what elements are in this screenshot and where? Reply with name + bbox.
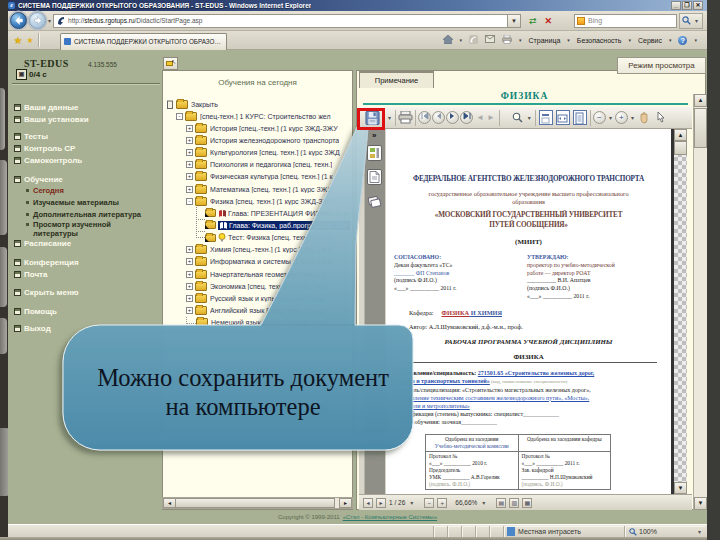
actual-size-icon[interactable] [539,110,553,125]
collapse-rail-icon[interactable]: » [372,131,376,140]
fit-width-icon[interactable] [556,110,570,125]
pdf-layout2-icon[interactable]: ▥ [509,498,519,508]
dropdown-icon[interactable]: ▾ [631,114,634,121]
tree-item[interactable]: Глава: ПРЕЗЕНТАЦИЯ ФИЗИКА (1 ку [166,207,353,219]
sidebar-item[interactable]: Контроль СР [14,144,75,153]
tree-expand-icon[interactable]: + [186,137,193,144]
zoom-in-button[interactable]: + [615,111,628,124]
comments-panel-icon[interactable] [367,195,382,211]
tree-expand-icon[interactable]: + [186,149,193,156]
next-view-icon[interactable]: ► [487,113,495,122]
sidebar-item[interactable]: Конференция [14,258,79,267]
dropdown-icon[interactable]: ▾ [609,114,612,121]
tree-expand-icon[interactable]: - [176,113,183,120]
scroll-thumb[interactable] [175,498,335,508]
address-dropdown-button[interactable]: ▼ [508,14,521,28]
next-page-button[interactable] [446,111,459,124]
feeds-icon[interactable] [469,35,478,46]
panel-scrollbar[interactable]: ▲ ▼ [693,94,707,510]
tree-expand-icon[interactable]: + [186,186,193,193]
tree-expand-icon[interactable]: + [186,258,193,265]
sidebar-item[interactable]: Ваши установки [14,115,89,124]
first-page-button[interactable] [418,111,431,124]
dropdown-icon[interactable]: ▾ [410,499,413,506]
dropdown-icon[interactable]: ▾ [669,37,672,43]
scroll-down-button[interactable]: ▼ [694,497,707,510]
zoom-tool-icon[interactable] [510,110,525,125]
print-icon-pdf[interactable] [398,110,413,125]
back-button[interactable] [10,12,27,29]
sidebar-item[interactable]: Ваши данные [14,103,79,112]
sidebar-subitem[interactable]: Изучаемые материалы [26,198,119,207]
scroll-up-button[interactable]: ▲ [674,129,687,141]
tree-item[interactable]: +Физическая культура [спец. техн.] (1 к [166,171,353,183]
pdf-layout1-icon[interactable]: ▤ [496,498,506,508]
page-menu[interactable]: Страница [529,37,561,44]
minimize-button[interactable]: _ [671,1,681,10]
help-icon[interactable]: ? [678,36,687,45]
sidebar-item[interactable]: Самоконтроль [14,156,82,165]
favorites-button[interactable]: ★ [12,35,24,46]
sidebar-item[interactable]: Тесты [14,132,48,141]
message-counter[interactable]: ▣0/4 с [16,69,47,80]
stop-button[interactable]: ✕ [541,13,557,29]
pages-panel-icon[interactable] [367,145,382,161]
scroll-right-button[interactable]: ▸ [339,498,352,508]
tree-item[interactable]: +Психология и педагогика [спец. техн.] [166,159,353,171]
pdf-next-icon[interactable]: ▸ [376,498,386,508]
copyright-link[interactable]: «Стэл - Компьютерные Системы» [343,514,437,520]
tree-expand-icon[interactable]: + [186,271,193,278]
tree-expand-icon[interactable]: - [186,198,193,205]
search-box[interactable]: Bing [574,14,677,28]
attachments-panel-icon[interactable] [367,169,382,185]
pdf-layout3-icon[interactable]: ▦ [522,498,532,508]
tree-item[interactable]: +Культурология [спец. техн.] (1 курс ЗЖД [166,147,353,159]
select-tool-icon[interactable] [653,110,668,125]
prev-page-button[interactable] [432,111,445,124]
folder-up-button[interactable]: ↖ [163,57,178,70]
tree-item[interactable]: +История [спец.-техн.] (1 курс ЗЖД-ЗЖУ [166,122,353,134]
mail-icon[interactable] [485,35,495,45]
scroll-thumb[interactable] [674,141,687,155]
tree-item[interactable]: +Английский язык [спец. техн.] (1 кур [166,304,353,316]
tree-expand-icon[interactable]: + [186,246,193,253]
document-tab[interactable]: Примечание [359,71,434,88]
dropdown-icon[interactable]: ▾ [519,37,522,43]
tree-item[interactable]: +Экономика [спец. техн.] (1 курс ЗЖД [166,280,353,292]
sidebar-item[interactable]: Помощь [14,307,57,316]
hand-tool-icon[interactable] [637,110,652,125]
pdf-scrollbar[interactable]: ▲ ▼ [674,129,687,494]
pdf-zoomin-icon[interactable]: + [437,498,447,508]
scroll-down-button[interactable]: ▼ [674,482,687,494]
tree-item[interactable]: Тест: Физика [спец. техн.] (1 курс [166,232,353,244]
tree-item[interactable]: +Химия [спец.-техн.] (1 курс ЗЖД-ЗЖУ [166,244,353,256]
add-favorite-button[interactable]: ★ [25,36,35,45]
zoom-icon[interactable] [629,528,637,536]
sidebar-item[interactable]: Почта [14,270,47,279]
zoom-out-button[interactable]: − [593,111,606,124]
prev-view-icon[interactable]: ◄ [476,113,484,122]
sidebar-subitem[interactable]: Просмотр изученной литературы [26,220,134,238]
tree-item[interactable]: -[спец-техн.] 1 КУРС: Строительство жел [166,110,353,122]
last-page-button[interactable] [460,111,473,124]
tree-item[interactable]: +Русский язык и культура речи [спец [166,292,353,304]
restore-button[interactable]: ❐ [682,1,692,10]
dropdown-icon[interactable]: ▾ [695,17,698,24]
browser-tab[interactable]: СИСТЕМА ПОДДЕРЖКИ ОТКРЫТОГО ОБРАЗОВАН... [60,33,227,50]
tree-expand-icon[interactable]: + [186,283,193,290]
tree-item[interactable]: Закрыть [166,98,353,110]
nav-history-dropdown[interactable]: ▾ [48,17,51,24]
tree-item[interactable]: +Начертательная геометрия [спец. т [166,268,353,280]
tree-expand-icon[interactable]: + [186,125,193,132]
close-button[interactable]: ✕ [693,1,703,10]
tree-item[interactable]: +История железнодорожного транспорта [166,134,353,146]
tree-item[interactable]: +Математика [спец. техн.] (1 курс ЗЖД [166,183,353,195]
dropdown-icon[interactable]: ▾ [482,499,485,506]
dropdown-icon[interactable]: ▾ [698,528,701,535]
pdf-zoomout-icon[interactable]: − [424,498,434,508]
dropdown-icon[interactable]: ▾ [628,37,631,43]
sidebar-subitem[interactable]: Дополнительная литература [26,210,141,219]
fit-page-icon[interactable] [573,110,587,125]
search-button[interactable]: ▾ [679,13,703,29]
refresh-button[interactable]: ⇄ [525,13,541,29]
